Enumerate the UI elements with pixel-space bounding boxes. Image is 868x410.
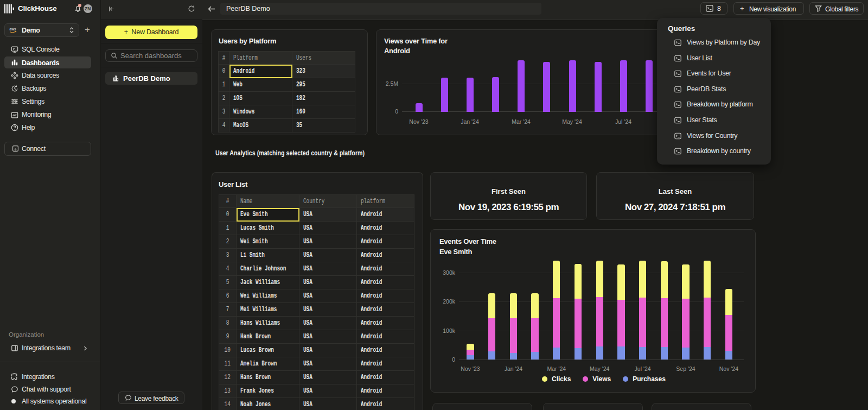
svg-text:aws: aws <box>10 27 17 31</box>
